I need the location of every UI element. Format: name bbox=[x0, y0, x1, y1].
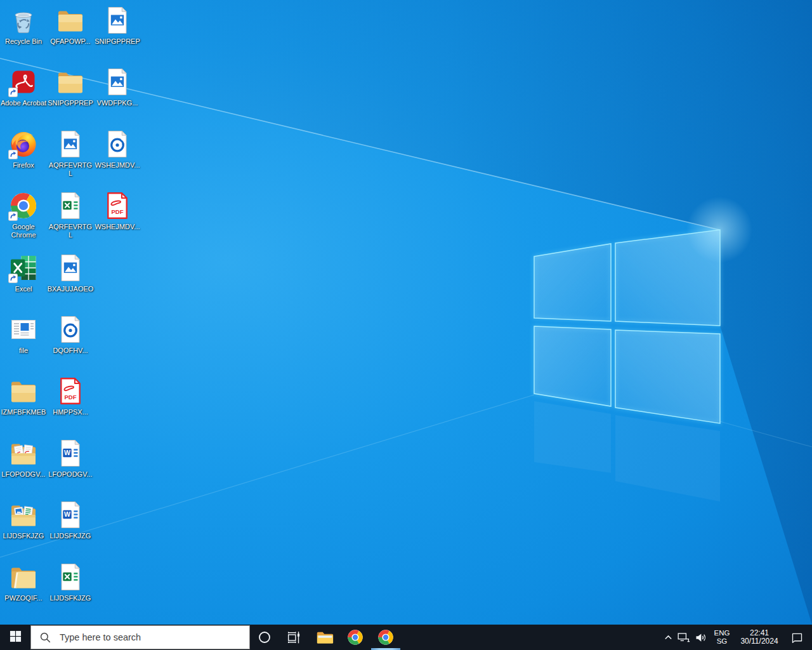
desktop-icon[interactable]: BXAJUJAOEO bbox=[47, 253, 94, 293]
volume-button[interactable] bbox=[692, 625, 709, 650]
desktop-icon-grid: Recycle BinQFAPOWP...SNIPGPPREPAdobe Acr… bbox=[0, 0, 165, 625]
desktop-icon-label: DQOFHV... bbox=[53, 347, 88, 355]
start-button[interactable] bbox=[0, 625, 30, 650]
desktop-icon-label: file bbox=[19, 347, 28, 355]
desktop-icon[interactable]: Adobe Acrobat bbox=[0, 67, 47, 107]
hidden-icons-button[interactable] bbox=[661, 625, 675, 650]
taskbar: ENG SG 22:41 30/11/2024 bbox=[0, 625, 812, 650]
desktop-icon[interactable]: LIJDSFKJZG bbox=[47, 562, 94, 602]
pdf-file-icon: PDF bbox=[102, 190, 133, 221]
shortcut-arrow-icon bbox=[8, 211, 18, 221]
svg-text:W: W bbox=[64, 449, 70, 456]
desktop-icon-label: Firefox bbox=[13, 161, 34, 169]
language-indicator[interactable]: ENG SG bbox=[709, 625, 735, 650]
chrome-taskbar-button[interactable] bbox=[340, 625, 370, 650]
desktop-icon[interactable]: VWDFPKG... bbox=[94, 67, 141, 107]
desktop-icon[interactable]: PDFWSHEJMDV... bbox=[94, 190, 141, 231]
folder-icon bbox=[55, 5, 86, 36]
desktop-icon-label: Adobe Acrobat bbox=[1, 99, 46, 107]
svg-text:W: W bbox=[64, 510, 70, 518]
desktop-icon[interactable]: Firefox bbox=[0, 129, 47, 169]
desktop-icon[interactable]: SNIPGPPREP bbox=[94, 5, 141, 46]
folder-paper-icon bbox=[8, 562, 39, 592]
desktop-icon[interactable]: DQOFHV... bbox=[47, 314, 94, 355]
desktop-icon[interactable]: QFAPOWP... bbox=[47, 5, 94, 46]
language-region: SG bbox=[717, 637, 728, 646]
desktop-icon-label: Google Chrome bbox=[0, 223, 47, 239]
desktop-icon[interactable]: WSHEJMDV... bbox=[94, 129, 141, 169]
search-input[interactable] bbox=[58, 632, 249, 643]
word-file-icon: W bbox=[55, 438, 86, 468]
taskbar-search[interactable] bbox=[30, 625, 250, 649]
shortcut-arrow-icon bbox=[8, 88, 18, 97]
desktop-icon-label: LFOPODGV... bbox=[1, 470, 45, 479]
desktop-icon[interactable]: AQRFEVRTGL bbox=[47, 190, 94, 239]
media-file-icon bbox=[55, 314, 86, 345]
shortcut-arrow-icon bbox=[8, 274, 18, 283]
desktop-icon[interactable]: file bbox=[0, 314, 47, 355]
image-file-icon bbox=[102, 5, 133, 36]
svg-text:PDF: PDF bbox=[112, 208, 124, 215]
desktop-icon-label: IZMFBFKMEB bbox=[1, 408, 46, 416]
desktop-icon[interactable]: AQRFEVRTGL bbox=[47, 129, 94, 178]
svg-text:PDF: PDF bbox=[65, 394, 77, 401]
desktop-icon[interactable]: SNIPGPPREP bbox=[47, 67, 94, 107]
network-ethernet-icon bbox=[677, 631, 690, 644]
desktop-icon-label: LIJDSFKJZG bbox=[50, 532, 91, 540]
window-file-icon bbox=[8, 314, 39, 345]
desktop-icon-label: LIJDSFKJZG bbox=[50, 594, 91, 602]
desktop-icon-label: PWZOQIF... bbox=[4, 594, 42, 602]
chrome-taskbar-button-active[interactable] bbox=[370, 625, 401, 650]
pdf-file-icon: PDF bbox=[55, 376, 86, 406]
desktop-icon[interactable]: Recycle Bin bbox=[0, 5, 47, 46]
desktop-icon[interactable]: LFOPODGV... bbox=[0, 438, 47, 479]
desktop-icon[interactable]: PDFHMPPSX... bbox=[47, 376, 94, 416]
desktop-icon[interactable]: WLIJDSFKJZG bbox=[47, 500, 94, 540]
chrome-icon bbox=[377, 628, 395, 646]
desktop-icon[interactable]: WLFOPODGV... bbox=[47, 438, 94, 479]
search-icon bbox=[39, 632, 51, 644]
desktop-icon-label: VWDFPKG... bbox=[97, 99, 138, 107]
desktop: Recycle BinQFAPOWP...SNIPGPPREPAdobe Acr… bbox=[0, 0, 812, 650]
excel-app-icon bbox=[8, 253, 39, 283]
cortana-icon bbox=[256, 629, 273, 646]
folder-docs-media-icon bbox=[8, 500, 39, 530]
file-explorer-button[interactable] bbox=[310, 625, 340, 650]
firefox-app-icon bbox=[8, 129, 39, 159]
file-explorer-icon bbox=[315, 628, 334, 647]
desktop-icon[interactable]: IZMFBFKMEB bbox=[0, 376, 47, 416]
task-view-button[interactable] bbox=[279, 625, 310, 650]
desktop-icon-label: SNIPGPPREP bbox=[95, 37, 140, 46]
clock[interactable]: 22:41 30/11/2024 bbox=[735, 625, 784, 650]
folder-icon bbox=[8, 376, 39, 406]
clock-date: 30/11/2024 bbox=[740, 637, 778, 646]
chrome-icon bbox=[346, 628, 364, 646]
recycle-bin-icon bbox=[8, 5, 39, 36]
folder-icon bbox=[55, 67, 86, 97]
desktop-icon[interactable]: Google Chrome bbox=[0, 190, 47, 239]
desktop-icon[interactable]: LIJDSFKJZG bbox=[0, 500, 47, 540]
desktop-icon-label: Excel bbox=[15, 285, 32, 293]
desktop-icon-label: QFAPOWP... bbox=[50, 37, 90, 46]
speaker-icon bbox=[694, 631, 707, 644]
task-view-icon bbox=[285, 628, 303, 646]
desktop-icon[interactable]: Excel bbox=[0, 253, 47, 293]
desktop-icon-label: Recycle Bin bbox=[5, 37, 42, 46]
desktop-icon-label: LIJDSFKJZG bbox=[3, 532, 44, 540]
shortcut-arrow-icon bbox=[8, 150, 18, 159]
desktop-icon-label: HMPPSX... bbox=[53, 408, 88, 416]
action-center-icon bbox=[790, 631, 804, 644]
acrobat-app-icon bbox=[8, 67, 39, 97]
desktop-icon-label: AQRFEVRTGL bbox=[47, 161, 94, 178]
desktop-icon[interactable]: PWZOQIF... bbox=[0, 562, 47, 602]
windows-logo bbox=[534, 230, 720, 423]
cortana-button[interactable] bbox=[250, 625, 279, 650]
desktop-icon-label: LFOPODGV... bbox=[48, 470, 92, 479]
desktop-icon-label: WSHEJMDV... bbox=[95, 161, 140, 169]
word-file-icon: W bbox=[55, 500, 86, 530]
chevron-up-icon bbox=[664, 633, 673, 642]
chrome-app-icon bbox=[8, 190, 39, 221]
action-center-button[interactable] bbox=[784, 625, 809, 650]
network-button[interactable] bbox=[675, 625, 692, 650]
folder-docs-pdf-icon bbox=[8, 438, 39, 468]
